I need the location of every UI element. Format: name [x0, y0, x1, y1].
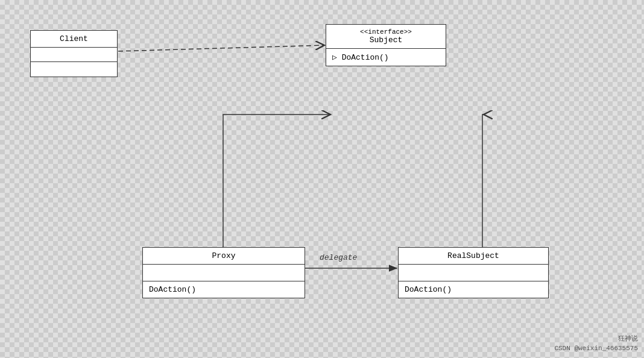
subject-stereotype: <<interface>>	[332, 28, 440, 36]
watermark-line1: 狂神说	[618, 335, 638, 342]
delegate-label: delegate	[320, 253, 357, 262]
proxy-title: Proxy	[143, 248, 305, 265]
realsubject-to-subject-line	[482, 115, 484, 247]
subject-doaction: ▷ DoAction()	[332, 53, 389, 62]
proxy-box: Proxy DoAction()	[142, 247, 305, 298]
watermark-line2: CSDN @weixin_46635575	[554, 345, 638, 352]
subject-method: ▷ DoAction()	[326, 49, 446, 66]
proxy-section-empty	[143, 265, 305, 281]
client-box: Client	[30, 30, 118, 77]
client-title: Client	[31, 31, 117, 48]
realsubject-title: RealSubject	[399, 248, 548, 265]
watermark: 狂神说 CSDN @weixin_46635575	[554, 334, 638, 353]
realsubject-method: DoAction()	[399, 281, 548, 298]
proxy-to-subject-line	[223, 115, 330, 247]
client-to-subject-arrow	[118, 45, 324, 51]
subject-name: Subject	[370, 36, 403, 45]
client-section-2	[31, 62, 117, 77]
subject-title: <<interface>> Subject	[326, 25, 446, 49]
diagram-container: Subject (dependency) --> RealSubject (de…	[0, 0, 644, 358]
realsubject-box: RealSubject DoAction()	[398, 247, 549, 298]
realsubject-section-empty	[399, 265, 548, 281]
client-section-1	[31, 48, 117, 62]
subject-box: <<interface>> Subject ▷ DoAction()	[326, 24, 446, 66]
proxy-method: DoAction()	[143, 281, 305, 298]
